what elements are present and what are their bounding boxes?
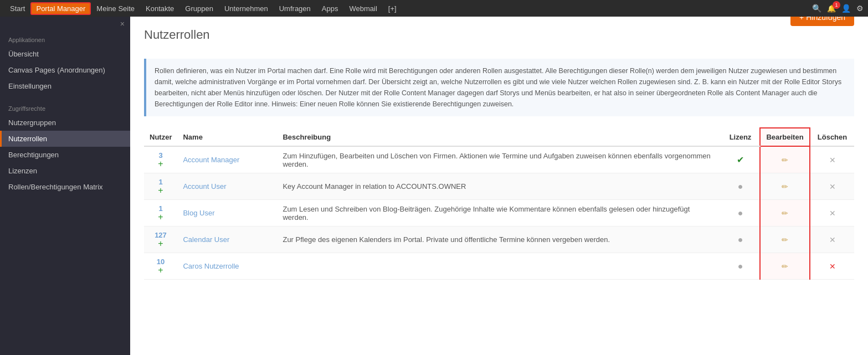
nutzer-cell: 10 + — [144, 253, 177, 280]
lizenz-icon-gray: ● — [738, 182, 743, 191]
edit-icon[interactable]: ✏ — [782, 235, 788, 244]
sidebar-item-nutzergruppen[interactable]: Nutzergruppen — [0, 115, 130, 131]
add-user-button[interactable]: + — [158, 213, 163, 222]
main-content: Nutzerrollen + Hinzufügen Rollen definie… — [130, 17, 868, 355]
role-link[interactable]: Account User — [183, 182, 226, 191]
add-user-button[interactable]: + — [158, 266, 163, 275]
lizenz-icon-gray: ● — [738, 235, 743, 244]
edit-icon[interactable]: ✏ — [782, 209, 788, 218]
beschreibung-cell — [277, 253, 721, 280]
role-name-cell: Calendar User — [177, 227, 277, 253]
nav-right-icons: 🔍 🔔 1 👤 ⚙ — [812, 4, 864, 13]
info-box: Rollen definieren, was ein Nutzer im Por… — [144, 59, 854, 116]
col-header-nutzer: Nutzer — [144, 128, 177, 146]
sidebar-item-berechtigungen[interactable]: Berechtigungen — [0, 147, 130, 163]
sidebar-item-uebersicht[interactable]: Übersicht — [0, 46, 130, 62]
beschreibung-cell: Zur Pflege des eigenen Kalenders im Port… — [277, 227, 721, 253]
bearbeiten-cell: ✏ — [760, 146, 810, 173]
page-title: Nutzerrollen — [144, 28, 210, 42]
loeschen-cell: ✕ — [810, 253, 854, 280]
table-row: 127 + Calendar User Zur Pflege des eigen… — [144, 227, 854, 253]
nav-item-portal-manager[interactable]: Portal Manager — [30, 2, 91, 15]
nav-item-plus[interactable]: [+] — [383, 2, 402, 15]
add-button[interactable]: + Hinzufügen — [790, 17, 854, 26]
beschreibung-cell: Zum Hinzufügen, Bearbeiten und Löschen v… — [277, 146, 721, 173]
col-header-loeschen: Löschen — [810, 128, 854, 146]
table-row: 10 + Caros Nutzerrolle ● ✏ — [144, 253, 854, 280]
sidebar-section-label-applikationen: Applikationen — [0, 31, 130, 46]
sidebar-item-canvas-pages[interactable]: Canvas Pages (Anordnungen) — [0, 62, 130, 78]
beschreibung-cell: Key Account Manager in relation to ACCOU… — [277, 173, 721, 200]
add-user-button[interactable]: + — [158, 160, 163, 168]
nav-item-start[interactable]: Start — [4, 2, 30, 15]
edit-icon[interactable]: ✏ — [782, 156, 788, 164]
nutzer-count: 1 — [158, 178, 162, 186]
role-link[interactable]: Calendar User — [183, 235, 229, 244]
loeschen-cell: ✕ — [810, 227, 854, 253]
table-row: 1 + Account User Key Account Manager in … — [144, 173, 854, 200]
lizenz-cell: ● — [721, 253, 760, 280]
lizenz-icon-gray: ● — [738, 261, 743, 271]
nav-item-apps[interactable]: Apps — [316, 2, 344, 15]
nutzer-cell: 127 + — [144, 227, 177, 253]
nutzer-cell: 1 + — [144, 200, 177, 227]
nav-item-gruppen[interactable]: Gruppen — [179, 2, 219, 15]
nutzer-count: 3 — [158, 151, 162, 160]
loeschen-cell: ✕ — [810, 173, 854, 200]
table-row: 1 + Blog User Zum Lesen und Schreiben vo… — [144, 200, 854, 227]
col-header-bearbeiten: Bearbeiten — [760, 128, 810, 146]
info-text: Rollen definieren, was ein Nutzer im Por… — [155, 67, 841, 108]
bearbeiten-cell: ✏ — [760, 200, 810, 227]
nutzer-cell: 1 + — [144, 173, 177, 200]
loeschen-cell: ✕ — [810, 146, 854, 173]
sidebar-item-einstellungen[interactable]: Einstellungen — [0, 78, 130, 94]
delete-icon[interactable]: ✕ — [829, 235, 836, 244]
delete-icon[interactable]: ✕ — [829, 156, 836, 164]
nutzer-cell: 3 + — [144, 146, 177, 173]
roles-table: Nutzer Name Beschreibung Lizenz Bearbeit… — [144, 127, 854, 280]
nutzer-count: 1 — [158, 204, 162, 213]
sidebar-close-button[interactable]: × — [0, 17, 130, 31]
search-icon[interactable]: 🔍 — [812, 4, 821, 13]
nutzer-count: 10 — [157, 258, 165, 266]
settings-icon[interactable]: ⚙ — [856, 4, 864, 13]
role-name-cell: Account User — [177, 173, 277, 200]
lizenz-cell: ✔ — [721, 146, 760, 173]
role-name-cell: Caros Nutzerrolle — [177, 253, 277, 280]
role-link[interactable]: Account Manager — [183, 156, 239, 164]
sidebar-item-rollen-matrix[interactable]: Rollen/Berechtigungen Matrix — [0, 179, 130, 195]
col-header-lizenz: Lizenz — [721, 128, 760, 146]
sidebar: × Applikationen Übersicht Canvas Pages (… — [0, 17, 130, 355]
bearbeiten-cell: ✏ — [760, 173, 810, 200]
top-navigation: Start Portal Manager Meine Seite Kontakt… — [0, 0, 868, 17]
edit-icon[interactable]: ✏ — [782, 182, 788, 191]
delete-icon[interactable]: ✕ — [829, 182, 836, 191]
sidebar-item-lizenzen[interactable]: Lizenzen — [0, 163, 130, 179]
user-icon[interactable]: 👤 — [841, 4, 851, 13]
loeschen-cell: ✕ — [810, 200, 854, 227]
add-user-button[interactable]: + — [158, 186, 163, 195]
sidebar-item-nutzerrollen[interactable]: Nutzerrollen — [0, 131, 130, 147]
nav-item-kontakte[interactable]: Kontakte — [140, 2, 179, 15]
role-name-cell: Account Manager — [177, 146, 277, 173]
lizenz-icon-green: ✔ — [737, 155, 744, 164]
add-user-button[interactable]: + — [158, 239, 163, 248]
notification-bell[interactable]: 🔔 1 — [827, 4, 836, 13]
lizenz-cell: ● — [721, 200, 760, 227]
lizenz-cell: ● — [721, 173, 760, 200]
main-layout: × Applikationen Übersicht Canvas Pages (… — [0, 17, 868, 355]
bearbeiten-cell: ✏ — [760, 253, 810, 280]
role-link[interactable]: Caros Nutzerrolle — [183, 262, 239, 270]
col-header-beschreibung: Beschreibung — [277, 128, 721, 146]
delete-icon-red[interactable]: ✕ — [829, 262, 836, 271]
bearbeiten-cell: ✏ — [760, 227, 810, 253]
role-name-cell: Blog User — [177, 200, 277, 227]
nav-item-unternehmen[interactable]: Unternehmen — [219, 2, 274, 15]
edit-icon[interactable]: ✏ — [782, 262, 788, 271]
delete-icon[interactable]: ✕ — [829, 209, 836, 218]
nav-item-webmail[interactable]: Webmail — [343, 2, 382, 15]
nutzer-count: 127 — [155, 231, 167, 239]
role-link[interactable]: Blog User — [183, 209, 214, 217]
nav-item-umfragen[interactable]: Umfragen — [274, 2, 316, 15]
nav-item-meine-seite[interactable]: Meine Seite — [91, 2, 140, 15]
